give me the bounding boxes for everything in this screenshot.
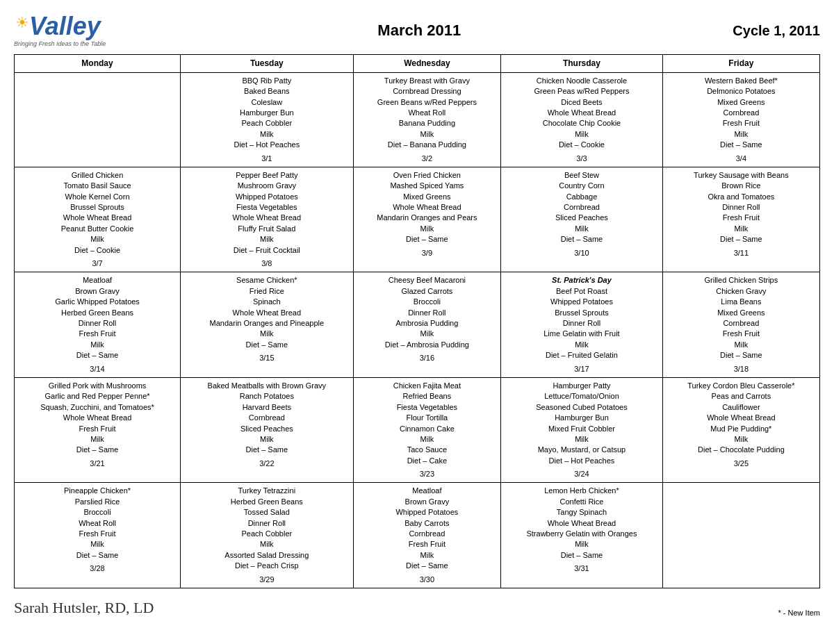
- cell-monday-week3: MeatloafBrown GravyGarlic Whipped Potato…: [15, 272, 181, 378]
- menu-item: Milk: [260, 540, 274, 548]
- menu-table: Monday Tuesday Wednesday Thursday Friday…: [14, 54, 820, 588]
- menu-item: Parslied Rice: [75, 497, 120, 506]
- cell-tuesday-week4: Baked Meatballs with Brown GravyRanch Po…: [181, 377, 354, 483]
- menu-item: Milk: [735, 435, 749, 443]
- menu-items: Cheesy Beef MacaroniGlazed CarrotsBrocco…: [357, 275, 498, 350]
- menu-item: Ranch Potatoes: [240, 392, 294, 400]
- cell-tuesday-week1: BBQ Rib PattyBaked BeansColeslawHamburge…: [181, 72, 354, 167]
- menu-items: Beef StewCountry CornCabbageCornbreadSli…: [505, 170, 659, 245]
- menu-item: Milk: [260, 435, 274, 443]
- menu-item: Mixed Greens: [403, 192, 450, 201]
- menu-item: Herbed Green Beans: [231, 497, 303, 506]
- menu-item: Diet – Cake: [407, 456, 447, 465]
- menu-item: Glazed Carrots: [401, 287, 452, 295]
- cell-wednesday-week1: Turkey Breast with GravyCornbread Dressi…: [353, 72, 501, 167]
- cell-thursday-week4: Hamburger PattyLettuce/Tomato/OnionSeaso…: [501, 377, 663, 483]
- col-tuesday: Tuesday: [181, 55, 354, 73]
- menu-item: Diet – Same: [76, 551, 119, 559]
- week-row-2: Grilled ChickenTomato Basil SauceWhole K…: [15, 167, 820, 272]
- menu-item: Diet – Same: [561, 235, 603, 243]
- menu-item: Cabbage: [566, 192, 598, 201]
- menu-item: Diet – Ambrosia Pudding: [385, 340, 469, 349]
- menu-item: Fresh Fruit: [79, 424, 115, 433]
- menu-item: Seasoned Cubed Potatoes: [536, 403, 628, 411]
- menu-item: Brussel Sprouts: [555, 308, 609, 317]
- menu-item: Cornbread: [723, 319, 759, 327]
- menu-item: Diet – Hot Peaches: [234, 140, 300, 149]
- menu-item: Whipped Potatoes: [236, 192, 298, 201]
- menu-item: Green Peas w/Red Peppers: [534, 87, 629, 95]
- menu-item: Dinner Roll: [79, 319, 116, 327]
- menu-item: Cornbread: [564, 203, 600, 211]
- menu-items: Baked Meatballs with Brown GravyRanch Po…: [184, 381, 350, 456]
- menu-item: Milk: [735, 130, 749, 138]
- menu-items: Sesame Chicken*Fried RiceSpinachWhole Wh…: [184, 275, 350, 350]
- menu-item: Diet – Cookie: [74, 246, 120, 254]
- menu-item: Ambrosia Pudding: [395, 319, 458, 327]
- menu-item: Meatloaf: [412, 486, 441, 495]
- menu-item: Dinner Roll: [563, 319, 600, 327]
- menu-item: Milk: [260, 329, 274, 338]
- menu-item: Fresh Fruit: [723, 329, 760, 338]
- menu-item: Fresh Fruit: [79, 529, 115, 538]
- menu-item: Baked Beans: [244, 87, 289, 95]
- day-date: 3/18: [667, 364, 816, 374]
- menu-item: Oven Fried Chicken: [393, 171, 461, 179]
- menu-item: Fried Rice: [250, 287, 284, 295]
- menu-item: Hamburger Bun: [555, 413, 609, 422]
- day-date: 3/24: [505, 469, 659, 479]
- menu-item: Milk: [420, 329, 434, 338]
- day-date: 3/31: [505, 563, 659, 574]
- menu-item: Whole Wheat Bread: [548, 108, 616, 117]
- menu-item: Diet – Same: [720, 235, 762, 243]
- menu-item: Milk: [575, 340, 589, 349]
- menu-items: Grilled Pork with MushroomsGarlic and Re…: [18, 381, 177, 456]
- menu-items: Turkey Sausage with BeansBrown RiceOkra …: [667, 170, 816, 245]
- menu-item: Milk: [575, 224, 589, 233]
- menu-item: Hamburger Bun: [240, 108, 294, 117]
- menu-item: Grilled Chicken: [72, 171, 124, 179]
- week-row-1: BBQ Rib PattyBaked BeansColeslawHamburge…: [15, 72, 820, 167]
- menu-item: Mushroom Gravy: [238, 181, 296, 190]
- menu-item: Mixed Greens: [717, 98, 764, 106]
- menu-item: Coleslaw: [252, 98, 283, 106]
- menu-item: Squash, Zucchini, and Tomatoes*: [40, 403, 154, 411]
- menu-item: Beef Stew: [564, 171, 599, 179]
- day-date: 3/7: [18, 258, 177, 269]
- menu-item: Cheesy Beef Macaroni: [389, 276, 466, 284]
- menu-items: Pineapple Chicken*Parslied RiceBroccoliW…: [18, 486, 177, 561]
- logo-text: Valley: [29, 14, 101, 39]
- menu-item: Baby Carrots: [404, 519, 449, 527]
- menu-item: Pineapple Chicken*: [64, 486, 131, 495]
- new-item-note: * - New Item: [778, 609, 820, 617]
- menu-item: Milk: [735, 224, 749, 233]
- menu-item: Fresh Fruit: [723, 213, 760, 222]
- menu-item: Chicken Noodle Casserole: [537, 76, 627, 85]
- cell-friday-week5: [662, 483, 819, 588]
- menu-item: Milk: [575, 540, 589, 548]
- menu-item: Chocolate Chip Cookie: [543, 119, 621, 127]
- day-date: 3/10: [505, 248, 659, 258]
- menu-item: Grilled Pork with Mushrooms: [49, 381, 147, 390]
- menu-item: Brown Rice: [721, 181, 760, 190]
- menu-items: MeatloafBrown GravyGarlic Whipped Potato…: [18, 275, 177, 361]
- menu-item: Turkey Breast with Gravy: [384, 76, 470, 85]
- menu-item: Broccoli: [414, 297, 441, 306]
- cell-wednesday-week3: Cheesy Beef MacaroniGlazed CarrotsBrocco…: [353, 272, 501, 378]
- col-monday: Monday: [15, 55, 181, 73]
- day-date: 3/9: [357, 248, 498, 258]
- cell-monday-week1: [15, 72, 181, 167]
- menu-item: Whole Wheat Bread: [548, 519, 616, 527]
- menu-item: Fresh Fruit: [409, 540, 445, 548]
- menu-item: Milk: [90, 435, 104, 443]
- menu-item: Peas and Carrots: [712, 392, 771, 400]
- day-date: 3/4: [667, 154, 816, 164]
- menu-item: Mandarin Oranges and Pineapple: [210, 319, 325, 327]
- menu-item: Chicken Fajita Meat: [393, 381, 461, 390]
- menu-item: Baked Meatballs with Brown Gravy: [208, 381, 327, 390]
- menu-item: Cornbread Dressing: [393, 87, 461, 95]
- week-row-4: Grilled Pork with MushroomsGarlic and Re…: [15, 377, 820, 483]
- menu-item: Flour Tortilla: [407, 413, 448, 422]
- menu-item: Cornbread: [409, 529, 445, 538]
- menu-item: Diet – Banana Pudding: [388, 140, 466, 149]
